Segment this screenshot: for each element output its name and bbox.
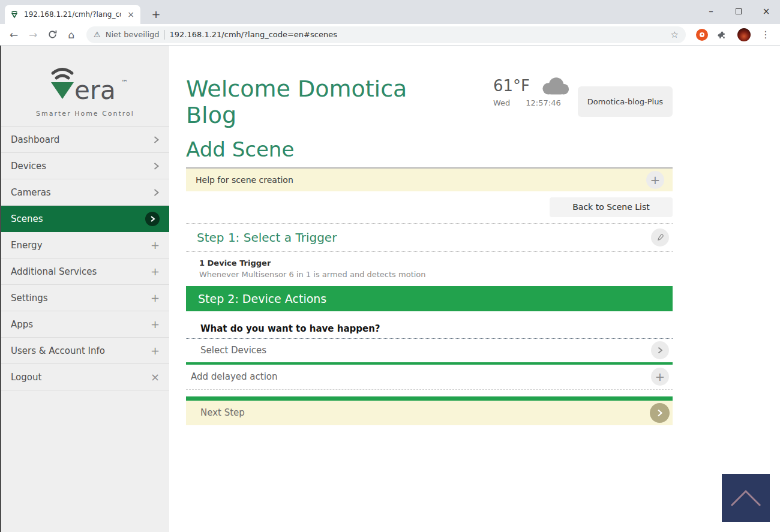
edit-pencil-icon[interactable] xyxy=(651,229,669,247)
reload-icon xyxy=(47,29,58,40)
url-text[interactable]: 192.168.1.21/cmh/?lang_code=en#scenes xyxy=(170,30,666,39)
chevron-up-icon xyxy=(728,488,763,508)
sidebar-item-apps[interactable]: Apps + xyxy=(1,311,169,338)
back-button[interactable]: ← xyxy=(6,27,22,43)
tab-title: 192.168.1.21/cmh/?lang_code=e xyxy=(24,10,121,19)
step1-title: Step 1: Select a Trigger xyxy=(197,230,337,245)
sidebar-item-dashboard[interactable]: Dashboard xyxy=(1,127,169,153)
sidebar-item-devices[interactable]: Devices xyxy=(1,153,169,179)
window-minimize-button[interactable]: – xyxy=(697,0,725,23)
reload-button[interactable] xyxy=(44,27,60,43)
profile-avatar[interactable] xyxy=(737,28,751,41)
window-maximize-button[interactable] xyxy=(725,0,752,23)
weekday: Wed xyxy=(493,98,510,107)
browser-toolbar: ← → ⌂ ⚠ Niet beveiligd 192.168.1.21/cmh/… xyxy=(0,24,780,46)
next-step-label: Next Step xyxy=(200,407,245,418)
plus-icon: + xyxy=(151,293,160,303)
bookmark-star-icon[interactable]: ☆ xyxy=(671,29,679,40)
chevron-right-icon xyxy=(153,161,160,171)
next-step-green-strip xyxy=(186,396,673,401)
sidebar-item-logout[interactable]: Logout × xyxy=(1,364,169,390)
select-devices-row[interactable]: Select Devices xyxy=(186,339,673,365)
help-bar-label: Help for scene creation xyxy=(196,175,293,185)
step1-header: Step 1: Select a Trigger xyxy=(186,223,673,252)
vera-logo: era ™ Smarter Home Control xyxy=(1,46,169,126)
sidebar: era ™ Smarter Home Control Dashboard Dev… xyxy=(1,46,169,532)
add-delayed-action-label: Add delayed action xyxy=(191,371,278,382)
plus-icon: + xyxy=(151,319,160,330)
browser-tab[interactable]: 192.168.1.21/cmh/?lang_code=e × xyxy=(5,5,140,24)
vera-favicon xyxy=(10,10,19,19)
controller-select-button[interactable]: Domotica-blog-Plus xyxy=(578,86,673,117)
trigger-count: 1 Device Trigger xyxy=(199,259,673,267)
select-devices-label: Select Devices xyxy=(200,345,266,356)
page-header: Welcome Domotica Blog 61°F xyxy=(186,76,673,129)
sidebar-item-additional-services[interactable]: Additional Services + xyxy=(1,259,169,285)
step2-title: Step 2: Device Actions xyxy=(198,292,326,305)
security-label[interactable]: Niet beveiligd xyxy=(106,30,160,39)
brand-tm: ™ xyxy=(121,79,128,86)
browser-menu-icon[interactable]: ⋮ xyxy=(757,29,774,40)
scroll-to-top-button[interactable] xyxy=(722,474,770,522)
welcome-title: Welcome Domotica Blog xyxy=(186,76,450,129)
vera-app-page: era ™ Smarter Home Control Dashboard Dev… xyxy=(0,46,780,532)
extensions-puzzle-icon[interactable] xyxy=(718,29,728,40)
clock-time: 12:57:46 xyxy=(526,98,560,107)
chevron-right-icon xyxy=(153,135,160,145)
sidebar-item-scenes[interactable]: Scenes xyxy=(1,206,169,232)
next-step-button[interactable]: Next Step xyxy=(186,401,673,425)
tab-close-icon[interactable]: × xyxy=(126,10,136,19)
cloud-icon xyxy=(538,76,569,96)
brand-tagline: Smarter Home Control xyxy=(36,110,134,118)
new-tab-button[interactable]: + xyxy=(149,7,163,22)
sidebar-item-users-account-info[interactable]: Users & Account Info + xyxy=(1,338,169,364)
temperature: 61°F xyxy=(493,77,530,95)
header-widgets: 61°F xyxy=(493,76,673,129)
close-x-icon: × xyxy=(151,372,160,383)
page-title: Add Scene xyxy=(186,137,673,161)
weather-widget: 61°F xyxy=(493,76,569,129)
back-to-scene-list-button[interactable]: Back to Scene List xyxy=(550,197,673,217)
chevron-right-icon[interactable] xyxy=(651,341,669,359)
ubuntu-extension-icon[interactable] xyxy=(696,29,708,41)
plus-icon: + xyxy=(151,345,160,356)
window-close-button[interactable]: × xyxy=(752,0,780,23)
sidebar-item-settings[interactable]: Settings + xyxy=(1,285,169,311)
sidebar-item-energy[interactable]: Energy + xyxy=(1,232,169,259)
back-row: Back to Scene List xyxy=(186,197,673,217)
brand-text: era xyxy=(74,76,116,105)
trigger-summary: 1 Device Trigger Whenever Multisensor 6 … xyxy=(186,252,673,284)
next-chevron-icon[interactable] xyxy=(650,403,670,423)
chevron-right-icon xyxy=(153,188,160,197)
address-bar[interactable]: ⚠ Niet beveiligd 192.168.1.21/cmh/?lang_… xyxy=(86,26,686,43)
forward-button[interactable]: → xyxy=(25,27,41,43)
plus-icon: + xyxy=(151,266,160,277)
home-button[interactable]: ⌂ xyxy=(64,27,79,43)
trigger-description: Whenever Multisensor 6 in 1 is armed and… xyxy=(199,270,673,279)
add-delayed-action-row[interactable]: Add delayed action + xyxy=(186,365,673,390)
plus-icon: + xyxy=(151,240,160,251)
step2-header: Step 2: Device Actions xyxy=(186,286,673,311)
main-content: Welcome Domotica Blog 61°F xyxy=(169,46,780,532)
add-plus-icon[interactable]: + xyxy=(651,368,669,386)
not-secure-warning-icon: ⚠ xyxy=(94,30,101,39)
device-actions-question: What do you want to have happen? xyxy=(186,323,673,334)
maximize-icon xyxy=(736,8,742,14)
window-controls: – × xyxy=(697,0,780,23)
omnibox-divider xyxy=(164,30,165,40)
help-for-scene-creation-bar[interactable]: Help for scene creation + xyxy=(186,167,673,191)
expand-plus-icon[interactable]: + xyxy=(646,171,664,189)
chevron-right-circle-icon xyxy=(145,212,160,226)
sidebar-item-cameras[interactable]: Cameras xyxy=(1,179,169,206)
sidebar-nav: Dashboard Devices Cameras Scenes xyxy=(1,126,169,390)
browser-tabstrip: 192.168.1.21/cmh/?lang_code=e × + – × xyxy=(0,0,780,24)
